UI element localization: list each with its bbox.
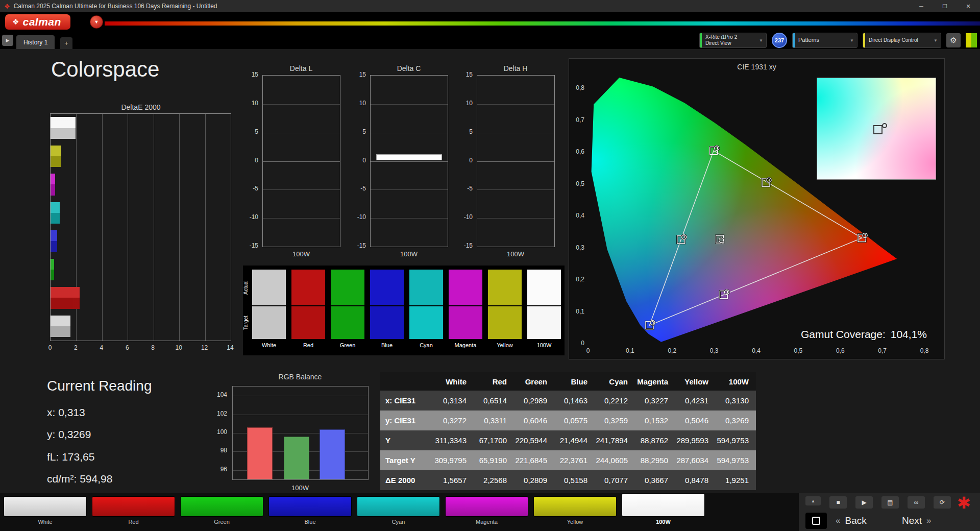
patch-button-green[interactable]	[180, 496, 263, 517]
actual-row-label: Actual	[243, 270, 252, 305]
link-icon[interactable]: ∞	[908, 496, 925, 509]
rgb-bar-green	[284, 437, 309, 479]
deltae2000-x-axis: 02468101214	[50, 344, 231, 352]
table-cell: 289,9593	[675, 436, 716, 445]
meter-counter-badge[interactable]: 237	[772, 33, 787, 48]
chevron-left-icon: «	[836, 516, 840, 526]
cie-x-tick: 0,2	[663, 347, 681, 354]
delta-l-y-axis: 151050-5-10-15	[240, 75, 260, 247]
patch-button-blue[interactable]	[268, 496, 352, 517]
panel-toggle-button[interactable]: ▶	[2, 35, 13, 46]
add-tab-button[interactable]: +	[60, 37, 72, 49]
rgb-balance-chart	[232, 386, 369, 480]
patterns-label: Patterns	[795, 37, 850, 44]
table-row-4: Target Y309,979565,9190221,684522,376124…	[380, 450, 756, 470]
refresh-icon[interactable]: ⟳	[934, 496, 951, 509]
delta-h-chart-title: Delta H	[504, 64, 528, 73]
deltae-bar-magenta	[51, 174, 55, 196]
deltac-y-tick: -10	[348, 213, 366, 221]
brand-header: ❖ calman ▼	[0, 12, 980, 32]
swatch-actual-magenta	[449, 270, 482, 305]
next-button[interactable]: Next »	[902, 513, 932, 529]
back-button[interactable]: « Back	[836, 513, 867, 529]
cie-y-tick: 0,4	[569, 212, 584, 219]
tab-history-1[interactable]: History 1	[16, 35, 55, 49]
cie-y-tick: 0,1	[569, 308, 584, 315]
chevron-down-icon: ▼	[759, 38, 766, 43]
current-reading-y: y: 0,3269	[47, 428, 91, 441]
deltac-y-tick: 0	[348, 157, 366, 164]
patch-button-yellow[interactable]	[533, 496, 617, 517]
maximize-button[interactable]: ☐	[933, 0, 957, 12]
table-header-cell: 100W	[716, 377, 756, 386]
deltac-y-tick: 15	[348, 71, 366, 78]
table-header-cell: Green	[514, 377, 554, 386]
cie-x-tick: 0	[579, 347, 597, 354]
chevron-right-icon: »	[926, 516, 931, 526]
swatch-target-100w	[527, 306, 561, 339]
table-cell: 244,0605	[595, 456, 635, 465]
main-menu-button[interactable]: ▼	[90, 15, 103, 29]
stop-icon[interactable]: ■	[829, 496, 847, 509]
deltal-y-tick: 5	[240, 128, 258, 135]
table-row-label: y: CIE31	[380, 416, 433, 425]
play-icon[interactable]: ▶	[855, 496, 873, 509]
swatch-label: Green	[331, 342, 364, 348]
deltah-gridline	[477, 161, 554, 162]
table-cell: 0,3311	[474, 416, 514, 425]
table-cell: 0,3227	[635, 396, 675, 405]
scroll-up-button[interactable]: ▲	[805, 496, 821, 505]
rgb-y-tick: 102	[207, 410, 227, 417]
swatch-label: Yellow	[488, 342, 522, 348]
display-control-dropdown[interactable]: Direct Display Control ▼	[863, 33, 941, 48]
patch-button-label: Cyan	[357, 519, 440, 525]
deltae-gridline	[205, 114, 206, 341]
toolbar-controls: X-Rite i1Pro 2 Direct View ▼ 237 Pattern…	[699, 33, 977, 48]
deltae-gridline	[128, 114, 128, 341]
rgb-y-tick: 100	[207, 428, 227, 436]
deltah-y-tick: -5	[454, 185, 473, 192]
rgb-y-tick: 98	[207, 447, 227, 454]
deltae-bar-100w	[51, 117, 76, 139]
meter-dropdown-text: X-Rite i1Pro 2 Direct View	[702, 34, 759, 47]
rgb-bar-red	[247, 427, 273, 479]
window-title: Calman 2025 Calman Ultimate for Business…	[14, 3, 910, 10]
patterns-dropdown[interactable]: Patterns ▼	[792, 33, 857, 48]
chevron-down-icon: ▼	[850, 38, 857, 43]
deltae-bar-cyan	[51, 202, 60, 224]
settings-gear-button[interactable]: ⚙	[946, 33, 961, 47]
deltal-gridline	[263, 104, 340, 105]
patch-button-100w[interactable]	[622, 493, 705, 517]
deltac-gridline	[371, 133, 448, 133]
deltae-gridline	[154, 114, 154, 341]
deltac-gridline	[371, 218, 448, 219]
table-cell: 88,2950	[635, 456, 675, 465]
meter-dropdown[interactable]: X-Rite i1Pro 2 Direct View ▼	[699, 33, 767, 48]
table-cell: 0,3130	[716, 396, 756, 405]
patch-button-label: Red	[92, 519, 175, 525]
table-cell: 65,9190	[474, 456, 514, 465]
minimize-button[interactable]: ─	[910, 0, 933, 12]
patch-button-red[interactable]	[92, 496, 175, 517]
delta-c-y-axis: 151050-5-10-15	[348, 75, 368, 247]
deltal-gridline	[263, 161, 340, 162]
patch-button-cyan[interactable]	[357, 496, 440, 517]
table-header-row: WhiteRedGreenBlueCyanMagentaYellow100W	[380, 372, 756, 391]
pattern-preview-strip	[966, 33, 977, 47]
swatch-target-white	[252, 306, 286, 339]
deltae-x-tick: 12	[199, 344, 211, 351]
cie-y-axis: 00,10,20,30,40,50,60,70,8	[569, 74, 585, 345]
table-cell: 0,6514	[474, 396, 514, 405]
swatch-label: Magenta	[449, 342, 482, 348]
layout-button[interactable]	[805, 513, 827, 529]
swatch-actual-white	[252, 270, 286, 305]
patch-button-white[interactable]	[4, 496, 87, 517]
display-control-label: Direct Display Control	[865, 37, 934, 44]
delta-c-chart-title: Delta C	[397, 64, 421, 73]
table-cell: 0,0575	[554, 416, 595, 425]
table-cell: 0,3269	[716, 416, 756, 425]
patch-button-magenta[interactable]	[445, 496, 528, 517]
close-button[interactable]: ✕	[957, 0, 980, 12]
report-icon[interactable]: ▤	[881, 496, 899, 509]
table-cell: 0,7077	[595, 476, 635, 485]
